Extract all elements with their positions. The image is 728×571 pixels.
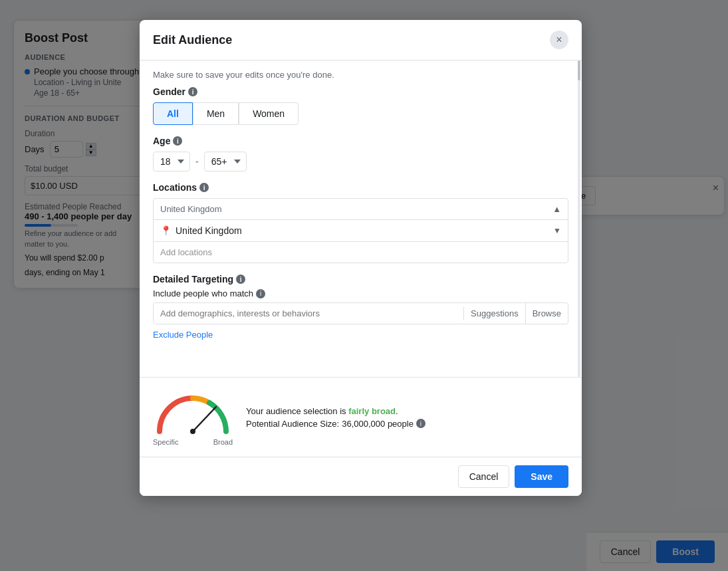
modal-header: Edit Audience × bbox=[140, 20, 582, 60]
gender-info-icon[interactable]: i bbox=[188, 87, 197, 96]
gauge-svg bbox=[153, 388, 233, 435]
gender-label: Gender i bbox=[153, 86, 568, 97]
gender-buttons: All Men Women bbox=[153, 102, 568, 125]
exclude-people-link[interactable]: Exclude People bbox=[153, 330, 213, 340]
scrollbar-thumb bbox=[578, 60, 580, 80]
modal-footer-gauge: Specific Broad Your audience selection i… bbox=[140, 377, 582, 457]
age-dash: - bbox=[195, 156, 199, 167]
age-info-icon[interactable]: i bbox=[173, 136, 182, 146]
potential-size-value: 36,000,000 people bbox=[342, 419, 414, 429]
locations-box: United Kingdom ▲ 📍 United Kingdom ▼ Add … bbox=[153, 198, 568, 263]
modal-scroll-wrapper: Make sure to save your edits once you're… bbox=[140, 60, 582, 377]
targeting-input[interactable] bbox=[154, 303, 463, 324]
modal-save-button[interactable]: Save bbox=[515, 465, 568, 488]
targeting-input-row: Suggestions Browse bbox=[153, 302, 568, 324]
detailed-targeting-info-icon[interactable]: i bbox=[236, 275, 245, 284]
age-group: Age i 18 131621 253035 - 65+ 182535 4555… bbox=[153, 136, 568, 171]
detailed-targeting-title: Detailed Targeting i bbox=[153, 274, 568, 285]
location-pin-icon: 📍 bbox=[160, 225, 172, 236]
include-info-icon[interactable]: i bbox=[256, 289, 265, 298]
audience-info: Your audience selection is fairly broad.… bbox=[246, 406, 568, 429]
selected-location-name: United Kingdom bbox=[176, 225, 242, 236]
modal-body: Make sure to save your edits once you're… bbox=[140, 60, 582, 377]
edit-audience-modal: Edit Audience × Make sure to save your e… bbox=[140, 20, 582, 496]
age-label: Age i bbox=[153, 136, 568, 146]
browse-button[interactable]: Browse bbox=[525, 303, 568, 324]
age-max-select[interactable]: 65+ 182535 455560 bbox=[204, 152, 247, 171]
scrollbar-bg bbox=[578, 60, 580, 377]
location-dropdown-arrow[interactable]: ▼ bbox=[553, 226, 561, 235]
age-min-select[interactable]: 18 131621 253035 bbox=[153, 152, 190, 171]
svg-point-1 bbox=[190, 429, 195, 434]
gauge-container: Specific Broad bbox=[153, 388, 233, 446]
audience-selection-text: Your audience selection is fairly broad. bbox=[246, 406, 568, 416]
locations-add[interactable]: Add locations bbox=[154, 242, 568, 263]
gauge-broad-label: Broad bbox=[213, 438, 233, 446]
locations-selected-row: 📍 United Kingdom ▼ bbox=[154, 220, 568, 242]
include-label: Include people who match i bbox=[153, 288, 568, 298]
modal-actions: Cancel Save bbox=[140, 457, 582, 496]
potential-size-info-icon[interactable]: i bbox=[416, 419, 425, 428]
modal-cancel-button[interactable]: Cancel bbox=[458, 465, 510, 488]
gender-all-button[interactable]: All bbox=[153, 102, 193, 125]
age-row: 18 131621 253035 - 65+ 182535 455560 bbox=[153, 152, 568, 171]
locations-label: Locations i bbox=[153, 182, 568, 193]
potential-size: Potential Audience Size: 36,000,000 peop… bbox=[246, 419, 568, 429]
modal-title: Edit Audience bbox=[153, 33, 232, 47]
svg-line-0 bbox=[193, 407, 216, 431]
locations-group: Locations i United Kingdom ▲ 📍 United Ki… bbox=[153, 182, 568, 263]
locations-info-icon[interactable]: i bbox=[199, 183, 209, 192]
detailed-targeting-group: Detailed Targeting i Include people who … bbox=[153, 274, 568, 340]
gender-group: Gender i All Men Women bbox=[153, 86, 568, 125]
locations-search-text: United Kingdom bbox=[160, 204, 222, 214]
locations-search-row: United Kingdom ▲ bbox=[154, 199, 568, 220]
fairly-broad-text: fairly broad bbox=[348, 406, 396, 416]
body-spacer bbox=[153, 350, 568, 377]
gauge-specific-label: Specific bbox=[153, 438, 179, 446]
gender-women-button[interactable]: Women bbox=[239, 102, 299, 125]
modal-close-button[interactable]: × bbox=[550, 31, 568, 49]
gender-men-button[interactable]: Men bbox=[193, 102, 239, 125]
suggestions-button[interactable]: Suggestions bbox=[464, 303, 525, 324]
modal-notice: Make sure to save your edits once you're… bbox=[153, 60, 568, 86]
scrollbar-track[interactable] bbox=[576, 60, 582, 377]
gauge-labels: Specific Broad bbox=[153, 438, 233, 446]
locations-scroll-up: ▲ bbox=[552, 204, 561, 214]
